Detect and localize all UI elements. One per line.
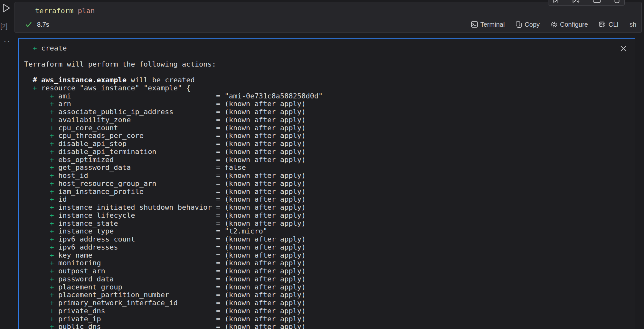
copy-icon — [516, 21, 522, 28]
plan-attribute-row: + iam_instance_profile = (known after ap… — [24, 188, 615, 196]
run-below-button[interactable] — [572, 0, 580, 4]
plan-attribute-row: + placement_partition_number = (known af… — [24, 291, 615, 299]
plan-attribute-row: + private_dns = (known after apply) — [24, 307, 615, 315]
resource-comment: # aws_instance.example will be created — [24, 76, 615, 84]
notebook-terminal-page: [2] ·· terraform plan 8.7s — [0, 0, 644, 329]
plan-output-panel: + create Terraform will perform the foll… — [18, 38, 635, 329]
command-text: terraform plan — [35, 7, 95, 15]
plan-attribute-row: + associate_public_ip_address = (known a… — [24, 108, 615, 116]
cell-gutter: [2] ·· — [0, 0, 14, 329]
cell-hover-toolbar — [548, 0, 625, 6]
cell-block-button[interactable] — [593, 0, 601, 4]
plan-attribute-row: + ipv6_addresses = (known after apply) — [24, 243, 615, 251]
plan-attribute-row: + id = (known after apply) — [24, 196, 615, 204]
plan-intro: Terraform will perform the following act… — [24, 60, 615, 69]
plan-attribute-row: + cpu_threads_per_core = (known after ap… — [24, 132, 615, 140]
drag-handle[interactable]: ·· — [4, 38, 11, 44]
square-icon — [614, 0, 620, 4]
plan-attribute-row: + password_data = (known after apply) — [24, 275, 615, 283]
gear-icon — [551, 21, 557, 28]
run-below-icon — [572, 0, 580, 4]
blank-line — [24, 52, 615, 60]
terminal-button-label: Terminal — [480, 21, 505, 28]
resource-declaration: + resource "aws_instance" "example" { — [24, 84, 615, 92]
plan-attribute-row: + ipv6_address_count = (known after appl… — [24, 235, 615, 243]
duration-badge: 8.7s — [37, 21, 49, 28]
plan-attribute-row: + availability_zone = (known after apply… — [24, 116, 615, 124]
play-icon — [2, 3, 11, 13]
plan-attribute-row: + instance_lifecycle = (known after appl… — [24, 212, 615, 220]
copy-button[interactable]: Copy — [516, 21, 540, 28]
terminal-button[interactable]: Terminal — [471, 21, 505, 28]
plan-attribute-row: + ebs_optimized = (known after apply) — [24, 156, 615, 164]
cli-button[interactable]: CLI — [599, 21, 619, 28]
plan-attribute-row: + outpost_arn = (known after apply) — [24, 267, 615, 275]
plan-attribute-row: + disable_api_stop = (known after apply) — [24, 140, 615, 148]
plan-attribute-row: + cpu_core_count = (known after apply) — [24, 124, 615, 132]
plan-attribute-row: + placement_group = (known after apply) — [24, 283, 615, 291]
copy-button-label: Copy — [525, 21, 540, 28]
success-check-icon — [25, 21, 32, 28]
plan-attribute-row: + key_name = (known after apply) — [24, 251, 615, 260]
more-options-button[interactable] — [614, 0, 620, 4]
configure-button[interactable]: Configure — [551, 21, 588, 28]
close-panel-button[interactable] — [620, 44, 630, 53]
plan-attribute-row: + host_resource_group_arn = (known after… — [24, 180, 615, 188]
configure-button-label: Configure — [560, 21, 588, 28]
plan-attribute-row: + ami = "ami-0e731c8a588258d0d" — [24, 92, 615, 100]
plan-attribute-row: + private_ip = (known after apply) — [24, 315, 615, 323]
status-left: 8.7s — [25, 21, 49, 28]
plan-attribute-row: + instance_type = "t2.micro" — [24, 227, 615, 235]
plan-action-header: + create — [24, 44, 615, 52]
blank-line — [24, 68, 615, 76]
run-to-line-button[interactable] — [553, 0, 559, 4]
cli-button-label: CLI — [609, 21, 619, 28]
plan-attribute-row: + public_dns = (known after apply) — [24, 323, 615, 329]
plan-attribute-row: + disable_api_termination = (known after… — [24, 148, 615, 156]
plan-attribute-row: + monitoring = (known after apply) — [24, 259, 615, 267]
run-cell-button[interactable] — [2, 3, 12, 13]
command-block: terraform plan 8.7s Terminal — [14, 2, 642, 33]
status-row: 8.7s Terminal Copy — [15, 19, 641, 30]
plan-attribute-row: + arn = (known after apply) — [24, 100, 615, 108]
plan-output-text: + create Terraform will perform the foll… — [24, 44, 615, 329]
plan-attribute-row: + host_id = (known after apply) — [24, 172, 615, 180]
action-buttons: Terminal Copy Configure — [471, 21, 636, 28]
run-to-line-icon — [553, 0, 559, 4]
plan-attribute-row: + instance_initiated_shutdown_behavior =… — [24, 204, 615, 212]
terminal-icon — [471, 21, 478, 28]
plan-attribute-row: + get_password_data = false — [24, 164, 615, 172]
command-argument: plan — [73, 7, 95, 15]
block-icon — [593, 0, 601, 4]
command-program: terraform — [35, 7, 73, 15]
cli-bolt-icon — [599, 21, 606, 28]
close-icon — [620, 45, 627, 52]
plan-attribute-row: + instance_state = (known after apply) — [24, 220, 615, 228]
shell-type-label[interactable]: sh — [630, 21, 636, 28]
plan-attribute-row: + primary_network_interface_id = (known … — [24, 299, 615, 307]
execution-count: [2] — [0, 23, 7, 30]
